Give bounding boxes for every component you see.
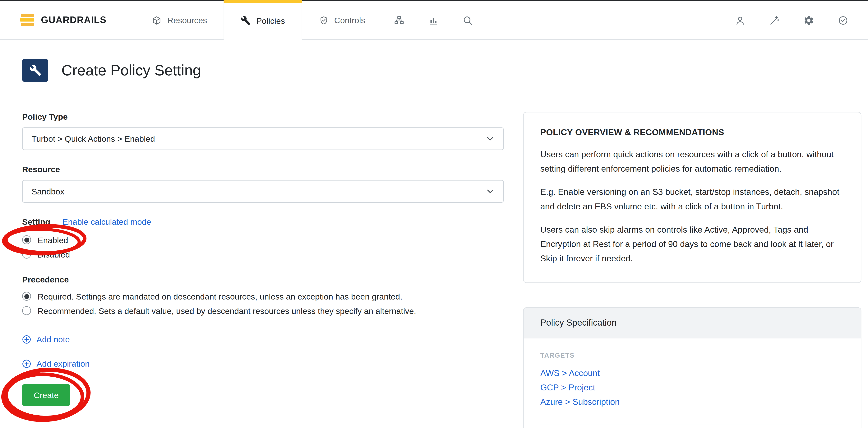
- add-note-link[interactable]: Add note: [22, 334, 504, 344]
- policy-overview-card: POLICY OVERVIEW & RECOMMENDATIONS Users …: [523, 112, 861, 283]
- chevron-down-icon: [486, 134, 494, 143]
- precedence-option-recommended[interactable]: Recommended. Sets a default value, used …: [22, 306, 504, 316]
- precedence-option-required[interactable]: Required. Settings are mandated on desce…: [22, 291, 504, 301]
- tab-policies[interactable]: Policies: [224, 1, 302, 40]
- enable-calculated-mode-link[interactable]: Enable calculated mode: [62, 217, 151, 227]
- search-icon-button[interactable]: [450, 1, 485, 39]
- reports-icon-button[interactable]: [416, 1, 450, 39]
- magic-wand-icon: [769, 15, 780, 26]
- hierarchy-icon-button[interactable]: [382, 1, 416, 39]
- hierarchy-icon: [393, 15, 404, 26]
- cube-icon: [152, 15, 162, 25]
- radio-enabled-label: Enabled: [38, 235, 68, 244]
- targets-label: TARGETS: [540, 352, 844, 359]
- bar-chart-icon: [428, 15, 439, 26]
- radio-disabled[interactable]: [22, 250, 31, 258]
- brand[interactable]: GUARDRAILS: [19, 1, 106, 39]
- setting-option-disabled[interactable]: Disabled: [22, 249, 504, 259]
- brand-label: GUARDRAILS: [41, 15, 106, 26]
- overview-paragraph: Users can perform quick actions on resou…: [540, 147, 844, 176]
- chevron-down-icon: [486, 187, 494, 195]
- page-title: Create Policy Setting: [62, 59, 201, 82]
- top-navbar: GUARDRAILS Resources Policies Controls: [0, 0, 868, 40]
- resource-select[interactable]: Sandbox: [22, 180, 504, 203]
- search-icon: [462, 15, 473, 26]
- spec-section-divider: [540, 425, 844, 428]
- navbar-right-actions: [723, 1, 868, 39]
- tab-resources-label: Resources: [167, 16, 207, 25]
- target-link-aws[interactable]: AWS > Account: [540, 366, 844, 380]
- page-header: Create Policy Setting: [22, 59, 868, 82]
- spec-card-title: Policy Specification: [524, 308, 861, 338]
- status-menu-button[interactable]: [826, 1, 860, 39]
- setting-row: Setting Enable calculated mode: [22, 217, 504, 227]
- policy-specification-card: Policy Specification TARGETS AWS > Accou…: [523, 307, 861, 428]
- radio-recommended-label: Recommended. Sets a default value, used …: [38, 306, 416, 315]
- gear-icon: [803, 15, 814, 26]
- side-panel: POLICY OVERVIEW & RECOMMENDATIONS Users …: [523, 112, 861, 428]
- policy-type-value: Turbot > Quick Actions > Enabled: [32, 134, 155, 144]
- policy-setting-icon: [22, 59, 48, 82]
- radio-enabled[interactable]: [22, 235, 31, 244]
- primary-tabs: Resources Policies Controls: [135, 1, 485, 39]
- policy-setting-form: Policy Type Turbot > Quick Actions > Ena…: [22, 112, 504, 406]
- settings-button[interactable]: [792, 1, 826, 39]
- main-content: Policy Type Turbot > Quick Actions > Ena…: [0, 112, 868, 428]
- tab-controls[interactable]: Controls: [302, 1, 382, 39]
- plus-circle-icon: [22, 359, 31, 368]
- setting-label: Setting: [22, 217, 51, 227]
- radio-recommended[interactable]: [22, 306, 31, 315]
- shield-check-icon: [319, 15, 329, 25]
- create-button[interactable]: Create: [22, 384, 70, 406]
- guardrails-logo-icon: [19, 13, 35, 28]
- app-viewport: GUARDRAILS Resources Policies Controls: [0, 0, 868, 428]
- radio-required[interactable]: [22, 292, 31, 301]
- tab-policies-label: Policies: [256, 16, 285, 25]
- add-note-label: Add note: [37, 334, 70, 344]
- quick-actions-button[interactable]: [757, 1, 792, 39]
- spec-card-body: TARGETS AWS > Account GCP > Project Azur…: [524, 338, 861, 428]
- add-expiration-label: Add expiration: [37, 359, 90, 369]
- policy-type-select[interactable]: Turbot > Quick Actions > Enabled: [22, 127, 504, 150]
- check-circle-icon: [838, 15, 849, 26]
- user-menu-button[interactable]: [723, 1, 757, 39]
- target-link-azure[interactable]: Azure > Subscription: [540, 395, 844, 409]
- user-icon: [735, 15, 746, 26]
- wrench-icon: [29, 64, 41, 77]
- tab-resources[interactable]: Resources: [135, 1, 224, 39]
- radio-disabled-label: Disabled: [38, 249, 70, 259]
- overview-paragraph: E.g. Enable versioning on an S3 bucket, …: [540, 185, 844, 214]
- plus-circle-icon: [22, 335, 31, 344]
- target-link-gcp[interactable]: GCP > Project: [540, 380, 844, 395]
- overview-paragraph: Users can also skip alarms on controls l…: [540, 223, 844, 266]
- resource-label: Resource: [22, 164, 504, 175]
- radio-required-label: Required. Settings are mandated on desce…: [38, 292, 402, 301]
- precedence-label: Precedence: [22, 275, 504, 284]
- policy-type-label: Policy Type: [22, 112, 504, 122]
- setting-option-enabled[interactable]: Enabled: [22, 235, 504, 245]
- wrench-icon: [241, 16, 251, 26]
- overview-card-title: POLICY OVERVIEW & RECOMMENDATIONS: [540, 127, 844, 137]
- resource-value: Sandbox: [32, 187, 64, 196]
- add-expiration-link[interactable]: Add expiration: [22, 359, 504, 369]
- tab-controls-label: Controls: [334, 16, 365, 25]
